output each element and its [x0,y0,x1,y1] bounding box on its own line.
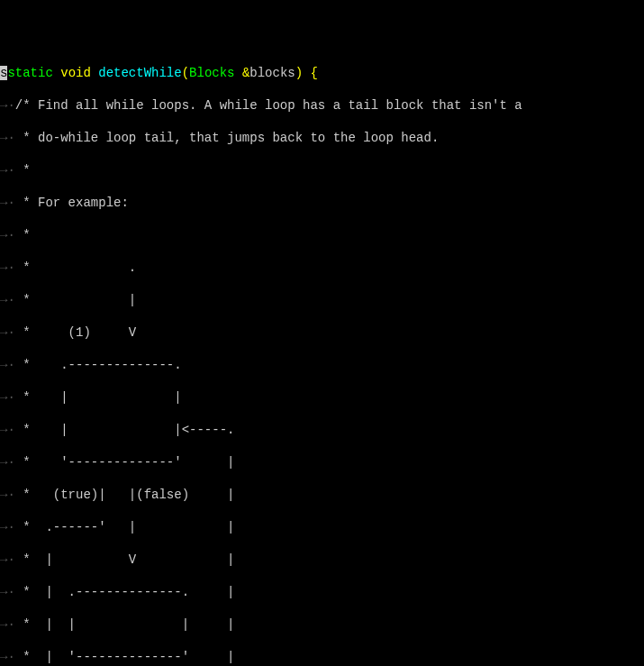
open-brace: { [311,66,318,80]
comment-line: →· * [0,162,644,178]
comment-line: →· * [0,227,644,243]
comment-text: * [15,163,31,178]
param-type: Blocks [189,66,234,80]
comment-line: →· * | V | [0,552,644,568]
whitespace-indent: →· [0,358,15,372]
comment-text: * For example: [15,196,129,210]
comment-text: * .--------------. [15,358,182,372]
whitespace-indent: →· [0,293,15,307]
comment-line: →· * | |<-----. [0,422,644,438]
whitespace-indent: →· [0,131,15,145]
comment-line: →·/* Find all while loops. A while loop … [0,97,644,114]
comment-line: →· * | '--------------' | [0,649,644,665]
whitespace-indent: →· [0,260,15,275]
whitespace-indent: →· [0,617,15,632]
comment-line: →· * (true)| |(false) | [0,487,644,503]
lparen: ( [182,66,189,80]
whitespace-indent: →· [0,585,15,599]
whitespace-indent: →· [0,98,15,113]
comment-text: * | | [15,390,182,405]
comment-line: →· * do-while loop tail, that jumps back… [0,130,644,146]
comment-line: →· * | | | | [0,616,644,633]
function-name: detectWhile [98,66,181,80]
whitespace-indent: →· [0,520,15,534]
comment-text: * | V | [15,552,235,567]
keyword-static: static [7,66,52,80]
whitespace-indent: →· [0,163,15,178]
whitespace-indent: →· [0,196,15,210]
comment-text: * | | | | [15,617,235,632]
comment-line: →· * | .--------------. | [0,584,644,600]
comment-text: * do-while loop tail, that jumps back to… [15,131,439,145]
comment-text: * | .--------------. | [15,585,235,599]
whitespace-indent: →· [0,390,15,405]
whitespace-indent: →· [0,325,15,340]
comment-text: * '--------------' | [15,455,235,470]
comment-line: →· * '--------------' | [0,454,644,470]
whitespace-indent: →· [0,650,15,664]
rparen: ) [295,66,303,80]
comment-line: →· * | | [0,389,644,406]
comment-line: →· * For example: [0,195,644,211]
comment-text: * .------' | | [15,520,235,534]
whitespace-indent: →· [0,488,15,502]
whitespace-indent: →· [0,552,15,567]
comment-line: →· * | [0,292,644,308]
keyword-void: void [60,66,91,80]
comment-line: →· * .--------------. [0,357,644,373]
comment-text: * | [15,293,136,307]
comment-text: /* Find all while loops. A while loop ha… [15,98,522,113]
comment-text: * (true)| |(false) | [15,488,235,502]
comment-line: →· * . [0,260,644,276]
comment-text: * . [15,260,136,275]
comment-text: * | |<-----. [15,423,235,437]
comment-line: →· * .------' | | [0,519,644,535]
param-name: blocks [249,66,295,80]
comment-text: * [15,228,31,242]
comment-line: →· * (1) V [0,324,644,341]
whitespace-indent: →· [0,455,15,470]
comment-text: * | '--------------' | [15,650,235,664]
comment-text: * (1) V [15,325,136,340]
whitespace-indent: →· [0,423,15,437]
whitespace-indent: →· [0,228,15,242]
signature-line: sstatic void detectWhile(Blocks &blocks)… [0,65,644,81]
